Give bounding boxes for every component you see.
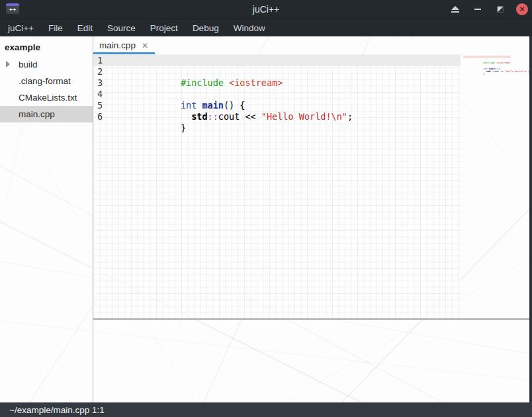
app-window: ++ juCi++ × juCi++ File Edit xyxy=(0,0,532,417)
file-tree-item[interactable]: build xyxy=(0,56,93,73)
file-name: CMakeLists.txt xyxy=(19,93,77,103)
tab-label: main.cpp xyxy=(99,40,136,50)
source-view: 1 #include <iostream> 2 xyxy=(93,54,529,318)
menu-item[interactable]: Source xyxy=(100,19,143,37)
code-text: #include <iostream> xyxy=(105,55,283,66)
code-text xyxy=(105,66,191,77)
code-line[interactable]: 1 #include <iostream> xyxy=(93,55,461,66)
line-number: 4 xyxy=(95,89,103,100)
code-line[interactable]: 5 } xyxy=(93,100,461,111)
close-icon: × xyxy=(519,5,525,13)
file-tree-item[interactable]: .clang-format xyxy=(0,73,93,89)
tab-close-icon[interactable]: ✕ xyxy=(142,42,148,50)
eject-icon xyxy=(451,6,459,10)
editor-column: main.cpp ✕ 1 #include <iostream> xyxy=(93,36,529,402)
expander-triangle-icon[interactable] xyxy=(6,61,10,68)
file-name: build xyxy=(19,60,38,70)
line-number: 6 xyxy=(95,111,103,122)
code-text: int main() { xyxy=(105,77,245,89)
eject-icon-bar xyxy=(451,11,459,13)
menu-item[interactable]: Debug xyxy=(185,19,226,37)
tab-main-cpp[interactable]: main.cpp ✕ xyxy=(93,36,155,54)
code-line[interactable]: 2 xyxy=(93,66,461,77)
file-tree: build .clang-format CMakeLists.txt xyxy=(0,56,93,122)
menu-item[interactable]: Window xyxy=(226,19,273,37)
project-root-label[interactable]: example xyxy=(0,39,93,56)
statusbar: ~/example/main.cpp 1:1 xyxy=(0,402,532,417)
menu-item[interactable]: Project xyxy=(143,19,185,37)
output-pane xyxy=(93,320,529,402)
line-number: 5 xyxy=(95,100,103,111)
minimize-icon xyxy=(474,9,481,10)
window-controls: × xyxy=(449,0,528,19)
file-tree-panel: example build .clang-format C xyxy=(0,36,93,402)
menubar: juCi++ File Edit Source Project Debug Wi… xyxy=(0,19,532,36)
minimap[interactable]: #include <iostream> xyxy=(461,54,529,318)
line-number: 1 xyxy=(95,55,103,66)
minimize-button[interactable] xyxy=(471,3,484,16)
restore-button[interactable] xyxy=(494,3,507,16)
code-editor[interactable]: 1 #include <iostream> 2 xyxy=(93,54,461,318)
menu-item[interactable]: juCi++ xyxy=(1,19,41,37)
restore-icon xyxy=(497,6,504,13)
line-number: 2 xyxy=(95,66,103,77)
menu-item[interactable]: File xyxy=(41,19,70,37)
file-tree-item[interactable]: main.cpp xyxy=(0,106,93,122)
code-text: std::cout << "Hello World!\n"; xyxy=(105,89,353,100)
menu-item[interactable]: Edit xyxy=(70,19,100,37)
tabbar: main.cpp ✕ xyxy=(93,36,529,54)
file-name: .clang-format xyxy=(19,76,71,86)
file-name: main.cpp xyxy=(19,109,55,119)
code-text xyxy=(105,111,191,122)
code-line[interactable]: 4 std::cout << "Hello World!\n"; xyxy=(93,89,461,100)
status-file-position: ~/example/main.cpp 1:1 xyxy=(9,405,105,415)
close-button[interactable]: × xyxy=(516,3,528,15)
right-edge-strip xyxy=(529,36,532,402)
shade-button[interactable] xyxy=(449,3,462,16)
file-tree-item[interactable]: CMakeLists.txt xyxy=(0,89,93,106)
titlebar: ++ juCi++ × xyxy=(0,0,532,19)
code-text: } xyxy=(105,100,191,111)
line-number: 3 xyxy=(95,77,103,89)
window-body: example build .clang-format C xyxy=(0,36,532,402)
